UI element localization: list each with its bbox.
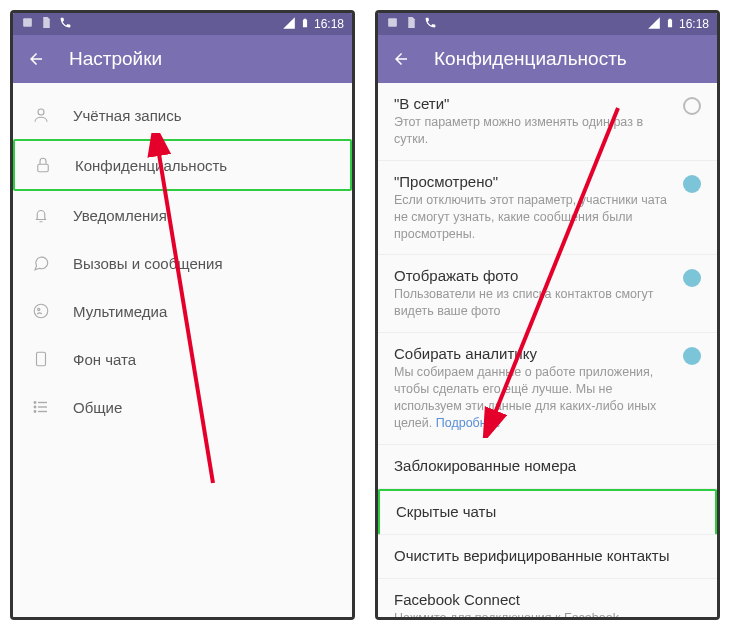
signal-icon: [647, 16, 661, 33]
status-time: 16:18: [679, 17, 709, 31]
privacy-list: "В сети"Этот параметр можно изменять оди…: [378, 83, 717, 617]
status-bar: 16:18: [13, 13, 352, 35]
menu-item-lock[interactable]: Конфиденциальность: [13, 139, 352, 191]
toggle-off[interactable]: [683, 97, 701, 115]
wallpaper-icon: [31, 349, 51, 369]
setting-item[interactable]: Facebook ConnectНажмите для подключения …: [378, 579, 717, 617]
svg-point-1: [38, 109, 44, 115]
person-icon: [31, 105, 51, 125]
phone-screen-settings: 16:18 Настройки Учётная записьКонфиденци…: [10, 10, 355, 620]
menu-item-bell[interactable]: Уведомления: [13, 191, 352, 239]
toggle-on[interactable]: [683, 347, 701, 365]
menu-item-person[interactable]: Учётная запись: [13, 91, 352, 139]
setting-item[interactable]: Отображать фотоПользователи не из списка…: [378, 255, 717, 333]
list-icon: [31, 397, 51, 417]
setting-item[interactable]: Заблокированные номера: [378, 445, 717, 489]
settings-list: Учётная записьКонфиденциальностьУведомле…: [13, 83, 352, 617]
setting-link[interactable]: Подробнее: [436, 416, 501, 430]
battery-icon: [300, 16, 310, 33]
header-settings: Настройки: [13, 35, 352, 83]
setting-description: Если отключить этот параметр, участники …: [394, 192, 673, 243]
menu-item-label: Фон чата: [73, 351, 136, 368]
setting-title: Собирать аналитику: [394, 345, 673, 362]
status-bar: 16:18: [378, 13, 717, 35]
setting-item[interactable]: "Просмотрено"Если отключить этот парамет…: [378, 161, 717, 256]
setting-title: Заблокированные номера: [394, 457, 701, 474]
setting-item[interactable]: "В сети"Этот параметр можно изменять оди…: [378, 83, 717, 161]
setting-title: Скрытые чаты: [396, 503, 699, 520]
header-title: Конфиденциальность: [434, 48, 627, 70]
setting-description: Нажмите для подключения к Facebook: [394, 610, 701, 617]
setting-item[interactable]: Очистить верифицированные контакты: [378, 535, 717, 579]
svg-point-9: [34, 402, 36, 404]
setting-description: Пользователи не из списка контактов смог…: [394, 286, 673, 320]
menu-item-chat[interactable]: Вызовы и сообщения: [13, 239, 352, 287]
setting-title: "В сети": [394, 95, 673, 112]
phone-screen-privacy: 16:18 Конфиденциальность "В сети"Этот па…: [375, 10, 720, 620]
header-title: Настройки: [69, 48, 162, 70]
status-icon-sim: [40, 16, 53, 32]
chat-icon: [31, 253, 51, 273]
setting-description: Мы собираем данные о работе приложения, …: [394, 364, 673, 432]
menu-item-label: Уведомления: [73, 207, 167, 224]
setting-title: Отображать фото: [394, 267, 673, 284]
menu-item-wallpaper[interactable]: Фон чата: [13, 335, 352, 383]
setting-title: Очистить верифицированные контакты: [394, 547, 701, 564]
menu-item-media[interactable]: Мультимедиа: [13, 287, 352, 335]
menu-item-label: Конфиденциальность: [75, 157, 227, 174]
svg-point-11: [34, 411, 36, 413]
battery-icon: [665, 16, 675, 33]
menu-item-label: Учётная запись: [73, 107, 182, 124]
toggle-on[interactable]: [683, 269, 701, 287]
svg-rect-0: [23, 18, 32, 27]
toggle-on[interactable]: [683, 175, 701, 193]
svg-point-3: [34, 304, 48, 318]
header-privacy: Конфиденциальность: [378, 35, 717, 83]
setting-title: "Просмотрено": [394, 173, 673, 190]
menu-item-label: Вызовы и сообщения: [73, 255, 223, 272]
media-icon: [31, 301, 51, 321]
status-time: 16:18: [314, 17, 344, 31]
back-arrow-icon[interactable]: [392, 50, 410, 68]
lock-icon: [33, 155, 53, 175]
phone-icon: [424, 16, 437, 32]
signal-icon: [282, 16, 296, 33]
menu-item-label: Общие: [73, 399, 122, 416]
svg-point-10: [34, 406, 36, 408]
menu-item-label: Мультимедиа: [73, 303, 167, 320]
setting-description: Этот параметр можно изменять один раз в …: [394, 114, 673, 148]
phone-icon: [59, 16, 72, 32]
svg-point-4: [38, 308, 40, 310]
setting-title: Facebook Connect: [394, 591, 701, 608]
back-arrow-icon[interactable]: [27, 50, 45, 68]
status-icon-sim: [405, 16, 418, 32]
svg-rect-13: [388, 18, 397, 27]
status-icon-app: [386, 16, 399, 32]
status-icon-app: [21, 16, 34, 32]
svg-rect-2: [38, 164, 49, 172]
bell-icon: [31, 205, 51, 225]
svg-rect-5: [37, 352, 46, 366]
setting-item[interactable]: Скрытые чаты: [378, 489, 717, 535]
menu-item-list[interactable]: Общие: [13, 383, 352, 431]
setting-item[interactable]: Собирать аналитикуМы собираем данные о р…: [378, 333, 717, 445]
